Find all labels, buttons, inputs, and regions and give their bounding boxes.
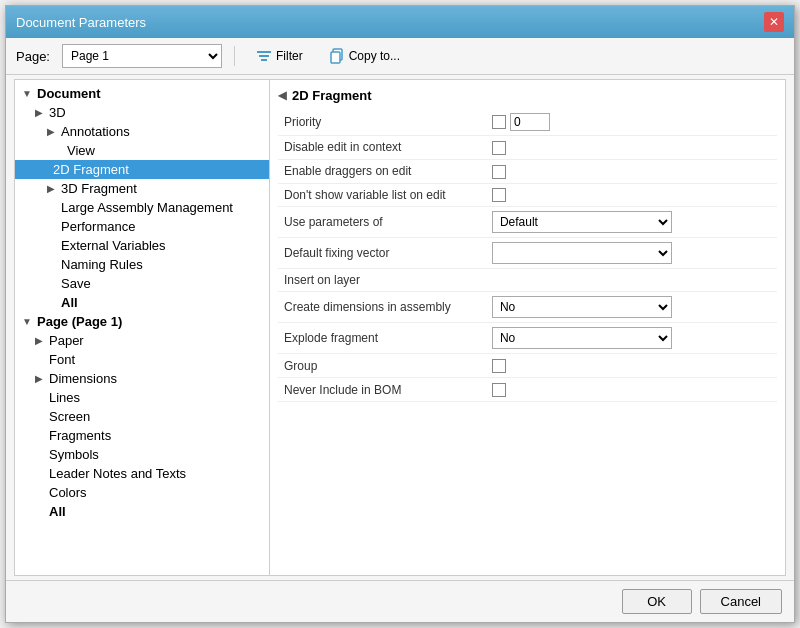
right-panel: ◀ 2D Fragment Priority Disable edit	[270, 80, 785, 575]
tree-label-paper: Paper	[47, 333, 84, 348]
tree-item-paper[interactable]: ▶ Paper	[15, 331, 269, 350]
toggle-document: ▼	[19, 88, 35, 99]
toolbar: Page: Page 1 Filter Copy to...	[6, 38, 794, 75]
prop-row-group: Group	[278, 354, 777, 378]
enable-draggers-checkbox[interactable]	[492, 165, 506, 179]
footer: OK Cancel	[6, 580, 794, 622]
prop-value-explode-fragment: No Yes	[486, 323, 777, 354]
prop-row-no-varlist: Don't show variable list on edit	[278, 183, 777, 207]
tree-label-annotations: Annotations	[59, 124, 130, 139]
prop-row-use-params: Use parameters of Default	[278, 207, 777, 238]
section-icon: ◀	[278, 89, 286, 102]
toolbar-separator	[234, 46, 235, 66]
close-button[interactable]: ✕	[764, 12, 784, 32]
prop-label-fixing-vector: Default fixing vector	[278, 238, 486, 269]
section-header: ◀ 2D Fragment	[278, 88, 777, 103]
tree-item-all-page[interactable]: All	[15, 502, 269, 521]
tree-item-dimensions[interactable]: ▶ Dimensions	[15, 369, 269, 388]
group-checkbox[interactable]	[492, 359, 506, 373]
prop-label-never-include-bom: Never Include in BOM	[278, 378, 486, 402]
main-content: ▼ Document ▶ 3D ▶ Annotations View 2D Fr…	[14, 79, 786, 576]
prop-value-fixing-vector	[486, 238, 777, 269]
tree-item-symbols[interactable]: Symbols	[15, 445, 269, 464]
title-bar: Document Parameters ✕	[6, 6, 794, 38]
prop-value-use-params: Default	[486, 207, 777, 238]
prop-label-priority: Priority	[278, 109, 486, 136]
tree-item-naming-rules[interactable]: Naming Rules	[15, 255, 269, 274]
svg-rect-2	[261, 59, 267, 61]
never-include-bom-checkbox[interactable]	[492, 383, 506, 397]
tree-item-all-doc[interactable]: All	[15, 293, 269, 312]
copy-to-label: Copy to...	[349, 49, 400, 63]
fixing-vector-select[interactable]	[492, 242, 672, 264]
prop-label-enable-draggers: Enable draggers on edit	[278, 159, 486, 183]
prop-value-priority	[486, 109, 777, 136]
toggle-3d: ▶	[31, 107, 47, 118]
prop-row-priority: Priority	[278, 109, 777, 136]
toggle-3d-fragment: ▶	[43, 183, 59, 194]
tree-item-lines[interactable]: Lines	[15, 388, 269, 407]
tree-panel: ▼ Document ▶ 3D ▶ Annotations View 2D Fr…	[15, 80, 270, 575]
tree-label-3d-fragment: 3D Fragment	[59, 181, 137, 196]
properties-table: Priority Disable edit in context	[278, 109, 777, 402]
toggle-dimensions: ▶	[31, 373, 47, 384]
filter-icon	[256, 48, 272, 64]
prop-value-create-dims: No Yes	[486, 292, 777, 323]
tree-label-performance: Performance	[59, 219, 135, 234]
svg-rect-1	[259, 55, 269, 57]
create-dims-select[interactable]: No Yes	[492, 296, 672, 318]
dialog: Document Parameters ✕ Page: Page 1 Filte…	[5, 5, 795, 623]
prop-row-never-include-bom: Never Include in BOM	[278, 378, 777, 402]
prop-label-disable-edit: Disable edit in context	[278, 136, 486, 160]
toggle-paper: ▶	[31, 335, 47, 346]
svg-rect-4	[331, 52, 340, 63]
prop-row-disable-edit: Disable edit in context	[278, 136, 777, 160]
use-params-select[interactable]: Default	[492, 211, 672, 233]
tree-item-annotations[interactable]: ▶ Annotations	[15, 122, 269, 141]
prop-label-use-params: Use parameters of	[278, 207, 486, 238]
tree-item-page1[interactable]: ▼ Page (Page 1)	[15, 312, 269, 331]
prop-row-fixing-vector: Default fixing vector	[278, 238, 777, 269]
tree-item-3d[interactable]: ▶ 3D	[15, 103, 269, 122]
explode-fragment-select[interactable]: No Yes	[492, 327, 672, 349]
tree-label-screen: Screen	[47, 409, 90, 424]
tree-item-colors[interactable]: Colors	[15, 483, 269, 502]
tree-label-view: View	[65, 143, 95, 158]
toggle-annotations: ▶	[43, 126, 59, 137]
tree-item-fragments[interactable]: Fragments	[15, 426, 269, 445]
tree-item-document[interactable]: ▼ Document	[15, 84, 269, 103]
filter-button[interactable]: Filter	[247, 43, 312, 69]
tree-item-3d-fragment[interactable]: ▶ 3D Fragment	[15, 179, 269, 198]
tree-item-performance[interactable]: Performance	[15, 217, 269, 236]
prop-value-disable-edit	[486, 136, 777, 160]
tree-item-save[interactable]: Save	[15, 274, 269, 293]
prop-row-insert-layer: Insert on layer	[278, 269, 777, 292]
page-label: Page:	[16, 49, 50, 64]
copy-to-button[interactable]: Copy to...	[320, 43, 409, 69]
tree-label-2d-fragment: 2D Fragment	[51, 162, 129, 177]
page-select[interactable]: Page 1	[62, 44, 222, 68]
prop-row-explode-fragment: Explode fragment No Yes	[278, 323, 777, 354]
disable-edit-checkbox[interactable]	[492, 141, 506, 155]
prop-label-no-varlist: Don't show variable list on edit	[278, 183, 486, 207]
cancel-button[interactable]: Cancel	[700, 589, 782, 614]
tree-item-external-vars[interactable]: External Variables	[15, 236, 269, 255]
tree-item-large-assembly[interactable]: Large Assembly Management	[15, 198, 269, 217]
prop-row-create-dims: Create dimensions in assembly No Yes	[278, 292, 777, 323]
copy-icon	[329, 48, 345, 64]
ok-button[interactable]: OK	[622, 589, 692, 614]
tree-item-font[interactable]: Font	[15, 350, 269, 369]
svg-rect-0	[257, 51, 271, 53]
priority-checkbox[interactable]	[492, 115, 506, 129]
no-varlist-checkbox[interactable]	[492, 188, 506, 202]
tree-label-all-page: All	[47, 504, 66, 519]
tree-item-screen[interactable]: Screen	[15, 407, 269, 426]
tree-label-document: Document	[35, 86, 101, 101]
toggle-page1: ▼	[19, 316, 35, 327]
tree-label-font: Font	[47, 352, 75, 367]
tree-item-leader-notes[interactable]: Leader Notes and Texts	[15, 464, 269, 483]
priority-input[interactable]	[510, 113, 550, 131]
tree-label-fragments: Fragments	[47, 428, 111, 443]
tree-item-view[interactable]: View	[15, 141, 269, 160]
tree-item-2d-fragment[interactable]: 2D Fragment	[15, 160, 269, 179]
